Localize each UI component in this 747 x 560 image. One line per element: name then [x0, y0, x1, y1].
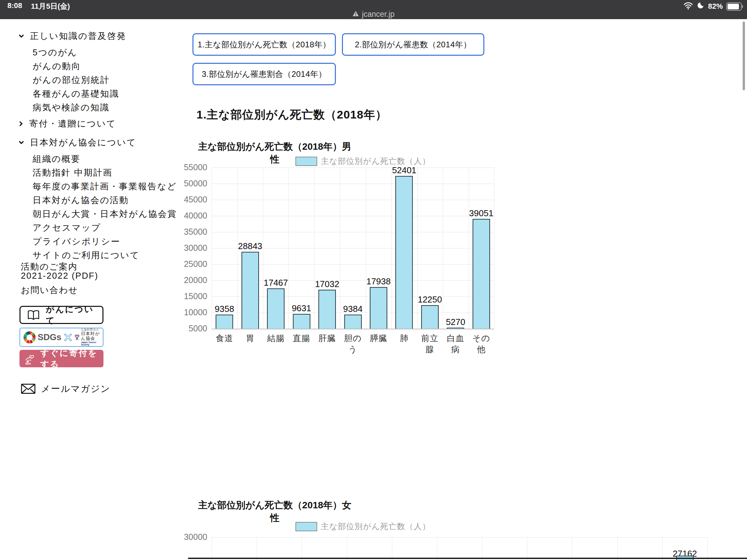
x-axis-category-label: 直腸: [288, 333, 314, 344]
gridline-v: [482, 537, 482, 560]
sidebar-section-donation-bequest[interactable]: 寄付・遺贈について: [19, 118, 116, 130]
chart-bar: [293, 314, 310, 329]
chevron-down-icon: [19, 33, 24, 38]
bar-value-label: 12250: [405, 294, 455, 305]
sidebar-item-organization-overview[interactable]: 組織の概要: [32, 153, 81, 165]
chart-bar: [447, 328, 464, 329]
gridline-v: [572, 537, 572, 560]
sidebar-item-five-cancers[interactable]: 5つのがん: [32, 47, 77, 58]
bar-value-label: 28843: [225, 241, 276, 251]
y-axis-tick-label: 15000: [179, 291, 207, 301]
chevron-right-icon: [19, 121, 24, 127]
sidebar-section-about-jcs[interactable]: 日本対がん協会について: [19, 137, 136, 149]
scrollbar[interactable]: [743, 22, 745, 90]
gridline-v: [437, 537, 437, 560]
hand-heart-icon: [24, 351, 36, 366]
safari-top-bar: 8:08 11月5日(金) 82% jcancer.jp: [0, 0, 747, 19]
gridline-h: [212, 184, 494, 184]
legend-label: 主な部位別がん死亡数（人）: [321, 521, 431, 532]
chart-female-deaths-plot: 3000027162: [212, 537, 707, 560]
x-axis-category-label: 胆のう: [340, 333, 365, 355]
gridline-v: [257, 537, 257, 560]
y-axis-tick-label: 25000: [179, 259, 207, 269]
gridline-h: [212, 216, 494, 216]
chart-bar: [216, 315, 233, 329]
sidebar-item-activity-policy[interactable]: 活動指針 中期計画: [32, 167, 112, 179]
gridline-v: [468, 167, 469, 329]
bar-value-label: 17032: [302, 279, 352, 289]
chart-bar: [472, 219, 490, 329]
x-axis-category-label: 白血病: [443, 333, 468, 355]
ribbon-icon: [75, 332, 80, 342]
not-secure-warning-icon: [352, 10, 359, 19]
cross-multiply-icon: [63, 330, 73, 345]
y-axis-tick-label: 55000: [179, 162, 207, 172]
x-axis-category-label: 胃: [237, 333, 263, 344]
x-axis-category-label: その他: [468, 333, 494, 355]
legend-swatch: [295, 522, 317, 531]
gridline-v: [302, 537, 302, 560]
chart-legend-female: 主な部位別がん死亡数（人）: [295, 521, 431, 532]
gridline-h: [212, 200, 494, 200]
sidebar-item-jcs-activities[interactable]: 日本対がん協会の活動: [32, 194, 129, 206]
sidebar-item-asahi-cancer-award[interactable]: 朝日がん大賞・日本対がん協会賞: [32, 208, 177, 220]
x-axis-category-label: 肝臓: [314, 333, 340, 344]
x-axis-category-label: 前立腺: [417, 333, 443, 355]
page-title: 1.主な部位別がん死亡数（2018年）: [197, 107, 387, 123]
tab-incidence-count-2014[interactable]: 2.部位別がん罹患数（2014年）: [342, 33, 484, 56]
address-bar[interactable]: jcancer.jp: [0, 9, 747, 19]
sidebar-item-cancer-trends[interactable]: がんの動向: [32, 60, 81, 72]
chart-title-female: 主な部位別がん死亡数（2018年）女性: [197, 499, 353, 525]
sdgs-label: SDGs: [37, 332, 61, 342]
chart-bar: [241, 252, 259, 329]
donate-now-button[interactable]: すぐに寄付をする: [20, 350, 103, 367]
sidebar-item-contact[interactable]: お問い合わせ: [21, 284, 78, 296]
gridline-v: [391, 167, 392, 329]
y-axis-tick-label: 50000: [179, 179, 207, 188]
bar-value-label: 17467: [251, 278, 301, 288]
sidebar-item-site-usage[interactable]: サイトのご利用について: [32, 249, 140, 261]
sidebar-item-basic-knowledge[interactable]: 各種がんの基礎知識: [32, 88, 119, 100]
newsletter-link[interactable]: メールマガジン: [21, 383, 110, 395]
japan-cancer-society-logo: 公益財団法人 日本対がん協会 Japan Cancer Society: [75, 328, 100, 346]
gridline-h: [212, 329, 494, 329]
gridline-v: [494, 167, 494, 329]
bar-value-label: 52401: [379, 165, 429, 176]
x-axis-category-label: 結腸: [263, 333, 288, 344]
gridline-v: [212, 537, 212, 560]
about-cancer-button[interactable]: がんについて: [20, 306, 103, 324]
sidebar-item-disease-screening-knowledge[interactable]: 病気や検診の知識: [32, 102, 109, 113]
sidebar-item-access-map[interactable]: アクセスマップ: [32, 222, 101, 234]
y-axis-tick-label: 45000: [179, 195, 207, 205]
y-axis-tick-label: 5000: [179, 324, 207, 334]
open-book-icon: [27, 310, 40, 320]
sidebar-section-correct-knowledge[interactable]: 正しい知識の普及啓発: [19, 30, 126, 42]
x-axis-category-label: 食道: [212, 333, 237, 344]
sdgs-partnership-banner[interactable]: SDGs 公益財団法人 日本対がん協会 Japan Cancer Society: [20, 328, 103, 347]
chart-bar: [395, 176, 413, 329]
sdgs-wheel-icon: [24, 331, 35, 343]
tab-death-count-2018[interactable]: 1.主な部位別がん死亡数（2018年）: [192, 33, 336, 56]
sidebar-item-privacy-policy[interactable]: プライバシポリシー: [32, 236, 120, 247]
gridline-h: [212, 232, 494, 232]
y-axis-tick-label: 30000: [179, 532, 207, 542]
sidebar-item-cancer-stats-by-site[interactable]: がんの部位別統計: [32, 74, 110, 86]
gridline-v: [347, 537, 347, 560]
y-axis-tick-label: 30000: [179, 243, 207, 253]
chart-bar: [344, 315, 362, 329]
x-axis-category-label: 肺: [391, 333, 417, 344]
chevron-down-icon: [19, 140, 24, 145]
sidebar-item-annual-business-plans[interactable]: 毎年度の事業計画・事業報告など: [32, 181, 177, 192]
url-text: jcancer.jp: [362, 10, 394, 19]
x-axis-category-label: 膵臓: [366, 333, 391, 344]
tab-incidence-ratio-2014[interactable]: 3.部位別がん罹患割合（2014年）: [192, 63, 336, 85]
gridline-v: [527, 537, 527, 560]
legend-swatch: [295, 157, 317, 166]
chart-male-deaths-plot: 5500050000450004000035000300002500020000…: [212, 167, 494, 329]
sidebar-item-activity-guide-pdf[interactable]: 2021-2022 (PDF): [21, 271, 98, 281]
y-axis-tick-label: 20000: [179, 275, 207, 285]
gridline-v: [617, 537, 618, 560]
bar-value-label: 39051: [456, 208, 507, 218]
gridline-h: [212, 167, 494, 168]
section-divider-line: [188, 558, 747, 559]
